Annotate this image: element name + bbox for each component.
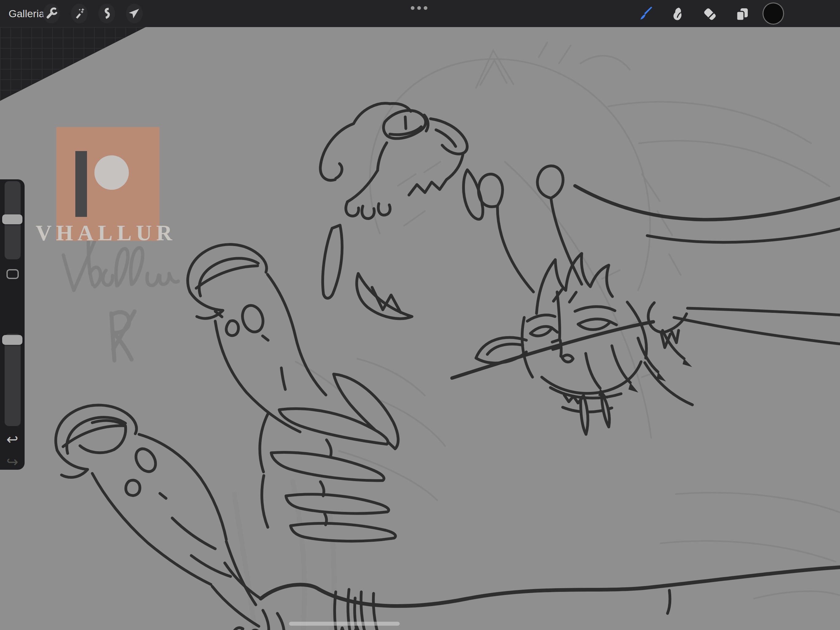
patreon-logo-bar — [75, 151, 87, 217]
magic-wand-icon — [73, 7, 86, 20]
brush-size-slider-handle[interactable] — [2, 214, 22, 224]
paint-tool-button[interactable] — [637, 6, 654, 23]
smudge-icon — [669, 6, 685, 22]
sketch-hoof-digit-upper — [188, 245, 326, 432]
adjustments-button[interactable] — [71, 4, 88, 24]
undo-icon: ↩ — [6, 431, 19, 447]
top-toolbar: Galleria — [0, 0, 840, 27]
layers-icon — [734, 6, 750, 22]
redo-icon: ↪ — [6, 454, 19, 470]
brush-sidebar: ↩ ↪ — [0, 179, 25, 470]
selection-button[interactable] — [98, 4, 115, 24]
redo-button[interactable]: ↪ — [0, 453, 25, 471]
home-indicator[interactable] — [289, 622, 400, 626]
sketch-demon-face — [476, 166, 692, 434]
overflow-menu[interactable] — [411, 6, 427, 10]
layers-button[interactable] — [734, 6, 751, 23]
sketch-hoof-digit-lower — [56, 405, 259, 626]
sketch-skull — [321, 103, 483, 319]
undo-button[interactable]: ↩ — [0, 430, 25, 448]
ellipsis-dot — [411, 6, 414, 10]
sketch-belly-fur — [225, 563, 840, 630]
modify-button[interactable] — [6, 269, 19, 279]
drawing-canvas[interactable]: VHALLUR — [0, 27, 840, 630]
patreon-logo-circle — [95, 155, 129, 190]
ellipsis-dot — [417, 6, 421, 10]
opacity-slider[interactable] — [5, 334, 21, 426]
erase-tool-button[interactable] — [701, 6, 718, 23]
smudge-tool-button[interactable] — [668, 6, 686, 23]
transform-arrow-icon — [128, 7, 141, 20]
opacity-slider-handle[interactable] — [2, 335, 22, 345]
eraser-icon — [702, 6, 718, 22]
selection-s-icon — [100, 7, 114, 20]
actions-button[interactable] — [43, 4, 60, 24]
transform-button[interactable] — [126, 4, 143, 24]
gallery-button[interactable]: Galleria — [9, 0, 44, 27]
brush-icon — [637, 6, 654, 22]
color-swatch-button[interactable] — [763, 2, 784, 25]
artwork-sketch — [0, 27, 840, 630]
wrench-icon — [44, 7, 58, 20]
watermark-brand: VHALLUR — [23, 220, 189, 246]
ellipsis-dot — [424, 6, 427, 10]
